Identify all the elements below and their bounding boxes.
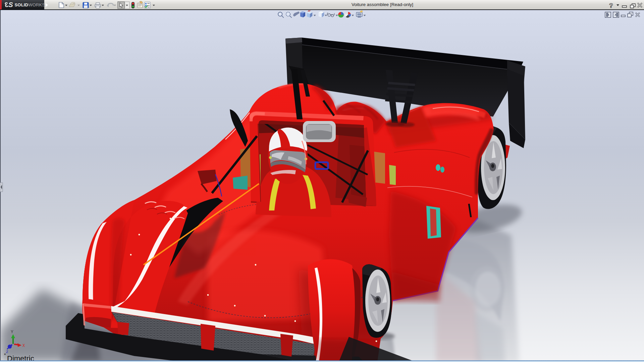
svg-text:*: *	[4, 352, 6, 358]
svg-text:Y: Y	[11, 329, 13, 335]
svg-text:?: ?	[609, 2, 613, 9]
svg-text:Z: Z	[6, 350, 8, 354]
svg-text:X: X	[22, 344, 25, 348]
